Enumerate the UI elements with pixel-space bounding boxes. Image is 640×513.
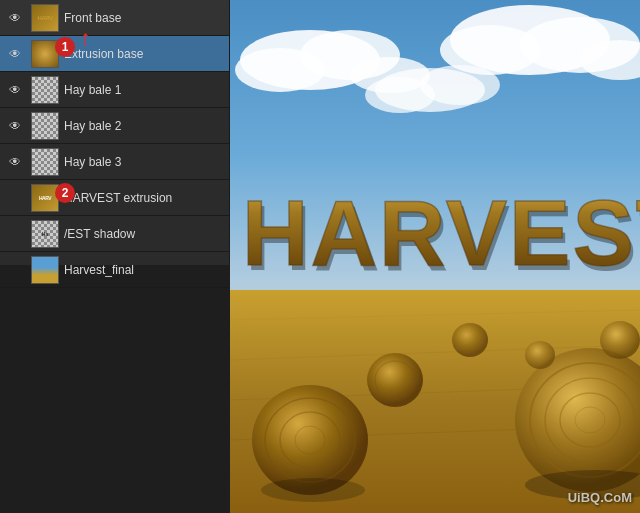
layer-front-base[interactable]: HARV Front base: [0, 0, 229, 36]
badge-1: 1: [55, 37, 75, 57]
layer-thumb-hay1: [31, 76, 59, 104]
svg-point-30: [261, 478, 365, 502]
layer-harvest-extrusion[interactable]: HARV HARVEST extrusion: [0, 180, 229, 216]
visibility-eye-hay3[interactable]: [4, 151, 26, 173]
visibility-eye-harvest-extrusion[interactable]: [4, 187, 26, 209]
svg-point-33: [600, 321, 640, 359]
visibility-eye-harvest-final[interactable]: [4, 259, 26, 281]
layer-thumb-hay2: [31, 112, 59, 140]
layer-harvest-shadow[interactable]: Ha /EST shadow: [0, 216, 229, 252]
layer-thumb-harvest-final: [31, 256, 59, 284]
layer-name-hay3: Hay bale 3: [64, 155, 225, 169]
canvas-area: HARVEST HARVEST HARVEST: [230, 0, 640, 513]
canvas-background: HARVEST HARVEST HARVEST: [230, 0, 640, 513]
layer-name-front-base: Front base: [64, 11, 225, 25]
layer-name-harvest-extrusion: HARVEST extrusion: [64, 191, 225, 205]
visibility-eye-harvest-shadow[interactable]: [4, 223, 26, 245]
layer-hay-bale-1[interactable]: Hay bale 1: [0, 72, 229, 108]
scene-svg: HARVEST HARVEST HARVEST: [230, 0, 640, 513]
layer-harvest-final[interactable]: Harvest_final: [0, 252, 229, 288]
layer-thumb-harvest-extrusion: HARV: [31, 184, 59, 212]
visibility-eye-front-base[interactable]: [4, 7, 26, 29]
layer-name-harvest-final: Harvest_final: [64, 263, 225, 277]
layer-name-hay1: Hay bale 1: [64, 83, 225, 97]
visibility-eye-hay1[interactable]: [4, 79, 26, 101]
svg-text:HARVEST: HARVEST: [242, 182, 640, 284]
layer-name-hay2: Hay bale 2: [64, 119, 225, 133]
layer-hay-bale-2[interactable]: Hay bale 2: [0, 108, 229, 144]
svg-point-11: [420, 65, 500, 105]
watermark: UiBQ.CoM: [568, 490, 632, 505]
layer-thumb-front-base: HARV: [31, 4, 59, 32]
visibility-eye-extrusion-base[interactable]: [4, 43, 26, 65]
layer-thumb-harvest-shadow: Ha: [31, 220, 59, 248]
layer-hay-bale-3[interactable]: Hay bale 3: [0, 144, 229, 180]
layers-panel: HARV Front base Extrusion base Hay bale …: [0, 0, 230, 265]
badge-2: 2: [55, 183, 75, 203]
layer-name-harvest-shadow: /EST shadow: [64, 227, 225, 241]
layer-extrusion-base[interactable]: Extrusion base: [0, 36, 229, 72]
arrow-indicator-1: ↓: [80, 28, 91, 54]
visibility-eye-hay2[interactable]: [4, 115, 26, 137]
svg-point-34: [452, 323, 488, 357]
layer-thumb-hay3: [31, 148, 59, 176]
svg-point-35: [525, 341, 555, 369]
